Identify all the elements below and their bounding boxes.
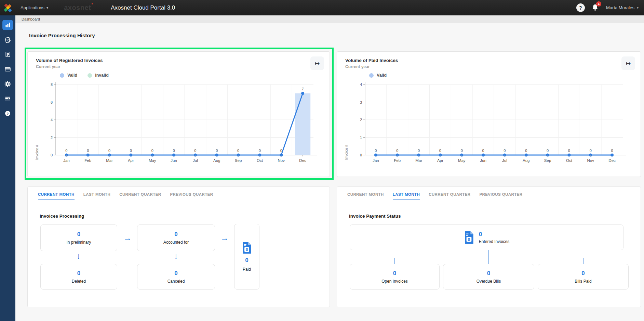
svg-text:$: $	[246, 247, 248, 252]
panel-heading: Invoices Processing	[40, 214, 84, 219]
arrow-right-icon: →	[121, 234, 134, 242]
svg-text:4: 4	[51, 118, 53, 122]
legend-dot	[60, 73, 64, 78]
y-axis-label: Invoice #	[35, 137, 39, 168]
card-title: Volume of Paid Invoices	[345, 58, 632, 63]
stat-label: Bills Paid	[575, 279, 591, 284]
svg-text:Feb: Feb	[394, 158, 401, 163]
queue-rows-icon	[4, 95, 11, 102]
applications-menu[interactable]: Applications ▾	[21, 5, 48, 10]
breadcrumb-item-dashboard[interactable]: Dashboard	[22, 17, 40, 21]
tab-previous-quarter[interactable]: PREVIOUS QUARTER	[170, 192, 213, 200]
chevron-down-icon: ▾	[637, 6, 639, 10]
export-button[interactable]: ↦	[621, 56, 635, 70]
export-button[interactable]: ↦	[310, 56, 324, 70]
help-button[interactable]: ?	[576, 3, 585, 12]
tab-current-month[interactable]: CURRENT MONTH	[347, 192, 384, 200]
stat-box-bills-paid: 0 Bills Paid	[538, 264, 629, 290]
legend-item-valid[interactable]: Valid	[369, 73, 387, 78]
stat-value: 0	[77, 231, 80, 238]
svg-text:Jun: Jun	[480, 158, 486, 163]
tab-current-quarter[interactable]: CURRENT QUARTER	[429, 192, 470, 200]
legend-item-valid[interactable]: Valid	[60, 73, 77, 78]
card-subtitle: Current year	[345, 64, 632, 69]
registered-invoices-chart[interactable]: 02468000000000007JanFebMarAprMayJunJulAu…	[36, 80, 320, 168]
paid-invoices-chart[interactable]: 01234000000000000JanFebMarAprMayJunJulAu…	[345, 80, 629, 168]
stat-label: Accounted for	[163, 240, 189, 245]
stat-label: Deleted	[72, 279, 86, 284]
invoice-dollar-icon: $	[464, 231, 474, 244]
svg-text:0: 0	[439, 149, 441, 153]
connector-line	[488, 250, 489, 264]
arrow-down-icon: ↓	[72, 252, 85, 260]
stat-value: 0	[245, 257, 248, 264]
logo-glyph	[3, 3, 12, 12]
svg-text:Nov: Nov	[278, 158, 285, 163]
svg-text:0: 0	[547, 149, 549, 153]
tab-current-quarter[interactable]: CURRENT QUARTER	[119, 192, 161, 200]
sidebar-item-payments[interactable]	[2, 64, 13, 74]
svg-text:0: 0	[482, 149, 484, 153]
svg-text:0: 0	[130, 149, 132, 153]
svg-text:Apr: Apr	[128, 158, 134, 163]
sidebar-item-help[interactable]: ?	[2, 108, 13, 118]
sidebar-item-documents[interactable]	[2, 49, 13, 60]
svg-text:Nov: Nov	[587, 158, 594, 163]
stat-label: Paid	[243, 267, 251, 272]
tab-last-month[interactable]: LAST MONTH	[83, 192, 110, 200]
svg-text:Sep: Sep	[235, 158, 242, 163]
credit-card-icon	[4, 66, 11, 73]
legend-label: Valid	[377, 73, 387, 78]
svg-text:Oct: Oct	[257, 158, 263, 163]
svg-text:2: 2	[360, 118, 362, 122]
bar-chart-icon	[4, 22, 11, 28]
wordmark-dot	[92, 3, 93, 4]
svg-text:0: 0	[280, 149, 282, 153]
stat-box-paid: $ 0 Paid	[234, 224, 259, 290]
arrow-right-icon: →	[218, 234, 231, 242]
sidebar-item-invoice-capture[interactable]	[2, 35, 13, 45]
axosnet-logo-icon[interactable]	[0, 3, 16, 12]
tab-current-month[interactable]: CURRENT MONTH	[38, 192, 75, 200]
svg-text:Feb: Feb	[84, 158, 91, 163]
sidebar-item-settings[interactable]	[2, 79, 13, 89]
connector-line	[394, 258, 395, 264]
card-title: Volume of Registered Invoices	[36, 58, 321, 63]
axosnet-wordmark: axosnet	[64, 4, 91, 12]
svg-text:2: 2	[51, 136, 53, 140]
svg-text:Mar: Mar	[415, 158, 422, 163]
invoice-payment-status-card: CURRENT MONTH LAST MONTH CURRENT QUARTER…	[337, 187, 641, 307]
invoice-capture-icon	[4, 36, 11, 43]
sidebar-item-batch-queue[interactable]	[2, 93, 13, 104]
svg-text:May: May	[458, 158, 466, 163]
legend-label: Invalid	[95, 73, 109, 78]
paid-invoices-card: Volume of Paid Invoices Current year ↦ V…	[337, 51, 641, 177]
tab-last-month[interactable]: LAST MONTH	[393, 192, 420, 200]
sidebar-item-dashboard[interactable]	[2, 20, 13, 30]
svg-text:Jul: Jul	[502, 158, 507, 163]
stat-box-open-invoices: 0 Open Invoices	[350, 264, 440, 290]
svg-text:7: 7	[302, 87, 304, 91]
svg-text:Jan: Jan	[63, 158, 70, 163]
user-menu[interactable]: María Morales ▾	[606, 5, 639, 10]
stat-label: Open Invoices	[381, 279, 408, 284]
stat-box-overdue-bills: 0 Overdue Bills	[443, 264, 534, 290]
registered-invoices-card: Volume of Registered Invoices Current ye…	[27, 51, 330, 177]
period-tabs: CURRENT MONTH LAST MONTH CURRENT QUARTER…	[347, 192, 522, 200]
stat-box-in-preliminary: 0 In preliminary	[40, 224, 117, 251]
invoices-processing-card: CURRENT MONTH LAST MONTH CURRENT QUARTER…	[27, 187, 330, 307]
svg-text:Aug: Aug	[523, 158, 529, 163]
stat-value: 0	[174, 270, 177, 277]
svg-text:0: 0	[259, 149, 261, 153]
svg-text:0: 0	[375, 149, 377, 153]
legend-dot	[369, 73, 374, 78]
stat-value: 0	[487, 270, 490, 277]
chart-legend: Valid	[369, 72, 632, 79]
svg-text:0: 0	[173, 149, 175, 153]
notifications-button[interactable]: 1	[591, 3, 600, 12]
svg-text:0: 0	[611, 149, 613, 153]
tab-previous-quarter[interactable]: PREVIOUS QUARTER	[479, 192, 522, 200]
legend-item-invalid[interactable]: Invalid	[88, 73, 109, 78]
svg-text:Mar: Mar	[106, 158, 113, 163]
stat-label: Canceled	[167, 279, 185, 284]
